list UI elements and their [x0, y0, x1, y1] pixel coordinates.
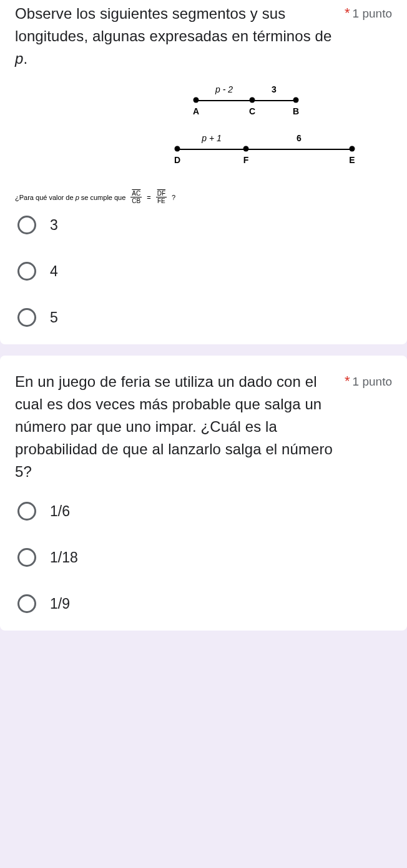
- option-label: 1/6: [50, 503, 70, 520]
- radio-icon: [17, 216, 36, 234]
- eqn-prefix: ¿Para qué valor de p se cumple que: [15, 194, 125, 201]
- seg1-B: B: [293, 106, 299, 116]
- options-list-2: 1/6 1/18 1/9: [15, 502, 392, 613]
- q1-text-var: p: [15, 50, 23, 67]
- seg1-C: C: [249, 106, 255, 116]
- seg2-D: D: [174, 155, 180, 165]
- seg1-top1: p - 2: [215, 84, 233, 94]
- option-label: 1/9: [50, 596, 70, 612]
- radio-icon: [17, 548, 36, 567]
- option-q1-1[interactable]: 4: [17, 262, 392, 281]
- option-q1-0[interactable]: 3: [17, 216, 392, 234]
- points-label-2: *1 punto: [345, 371, 392, 389]
- option-label: 1/18: [50, 549, 78, 566]
- seg1-top2: 3: [272, 84, 277, 94]
- points-value-2: 1 punto: [353, 375, 392, 388]
- equation-prompt: ¿Para qué valor de p se cumple que AC CB…: [15, 190, 392, 204]
- seg1-A: A: [193, 106, 199, 116]
- eqn-suffix: ?: [172, 194, 175, 201]
- question-header-1: Observe los siguientes segmentos y sus l…: [15, 2, 392, 70]
- options-list-1: 3 4 5: [15, 216, 392, 327]
- points-label-1: *1 punto: [345, 2, 392, 21]
- segments-diagram: p - 2 3 A C B p + 1 6 D F E: [15, 81, 392, 175]
- seg2-top2: 6: [297, 133, 302, 143]
- q1-text-b: .: [23, 50, 27, 67]
- option-q1-2[interactable]: 5: [17, 308, 392, 327]
- question-card-1: Observe los siguientes segmentos y sus l…: [0, 0, 407, 344]
- option-q2-2[interactable]: 1/9: [17, 594, 392, 613]
- q1-text-a: Observe los siguientes segmentos y sus l…: [15, 5, 332, 44]
- question-text-1: Observe los siguientes segmentos y sus l…: [15, 2, 337, 70]
- option-q2-0[interactable]: 1/6: [17, 502, 392, 521]
- question-card-2: En un juego de feria se utiliza un dado …: [0, 356, 407, 631]
- required-asterisk-2: *: [345, 373, 350, 389]
- radio-icon: [17, 262, 36, 281]
- option-label: 5: [50, 309, 58, 326]
- seg2-top1: p + 1: [202, 133, 222, 143]
- option-label: 4: [50, 263, 58, 280]
- points-value-1: 1 punto: [353, 7, 392, 20]
- eqn-frac1: AC CB: [130, 190, 142, 204]
- required-asterisk-1: *: [345, 5, 350, 21]
- radio-icon: [17, 502, 36, 521]
- question-text-2: En un juego de feria se utiliza un dado …: [15, 371, 337, 483]
- radio-icon: [17, 594, 36, 613]
- eqn-frac2: DF FE: [156, 190, 167, 204]
- radio-icon: [17, 308, 36, 327]
- question-header-2: En un juego de feria se utiliza un dado …: [15, 371, 392, 483]
- seg2-F: F: [243, 155, 249, 165]
- option-q2-1[interactable]: 1/18: [17, 548, 392, 567]
- option-label: 3: [50, 217, 58, 234]
- eqn-eq: =: [147, 194, 150, 201]
- seg2-E: E: [349, 155, 355, 165]
